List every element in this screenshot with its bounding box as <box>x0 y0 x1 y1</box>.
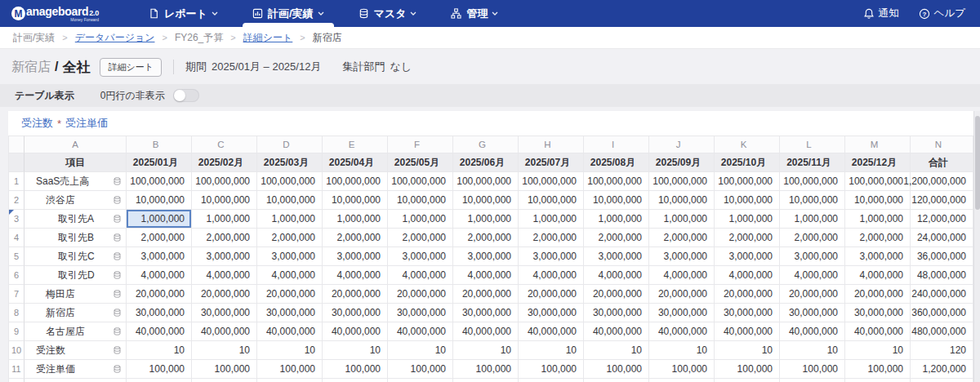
grid-cell[interactable]: 10,000,000 <box>845 191 911 210</box>
grid-cell[interactable]: 10,000,000 <box>192 191 257 210</box>
grid-cell[interactable]: 100,000 <box>192 360 257 379</box>
column-letter-I[interactable]: I <box>584 135 649 153</box>
item-cell[interactable]: 取引先A <box>24 210 127 229</box>
grid-cell[interactable]: 100,000 <box>257 360 323 379</box>
grid-cell[interactable]: 2,000,000 <box>388 229 453 247</box>
grid-cell[interactable]: 4,000,000 <box>192 266 257 285</box>
grid-cell[interactable]: 20,000,000 <box>323 285 388 304</box>
total-cell[interactable]: 12,000,000 <box>911 210 973 229</box>
column-letter-M[interactable]: M <box>845 135 911 153</box>
row-number[interactable]: 1 <box>8 172 24 191</box>
column-letter-H[interactable]: H <box>519 135 584 153</box>
grid-cell[interactable]: 10 <box>519 341 584 360</box>
row-number[interactable]: 7 <box>8 285 24 304</box>
grid-cell[interactable]: 4,000,000 <box>323 266 388 285</box>
grid-cell[interactable]: 10 <box>257 341 323 360</box>
column-letter-G[interactable]: G <box>453 135 519 153</box>
grid-cell[interactable]: 10 <box>192 341 257 360</box>
grid-cell[interactable]: 100,000 <box>780 360 845 379</box>
corner-cell[interactable] <box>8 135 24 153</box>
item-cell[interactable]: 渋谷店 <box>24 191 127 210</box>
grid-cell[interactable]: 2,000,000 <box>192 229 257 247</box>
grid-cell[interactable]: 10,000,000 <box>388 191 453 210</box>
grid-cell[interactable]: 100,000,000 <box>453 172 519 191</box>
grid-cell[interactable]: 20,000,000 <box>257 285 323 304</box>
total-cell[interactable]: 240,000,000 <box>911 285 973 304</box>
grid-cell[interactable] <box>715 379 780 382</box>
grid-cell[interactable] <box>453 379 519 382</box>
column-letter-J[interactable]: J <box>649 135 715 153</box>
grid-cell[interactable] <box>127 379 192 382</box>
grid-cell[interactable]: 10 <box>715 341 780 360</box>
grid-cell[interactable]: 1,000,000 <box>388 210 453 229</box>
grid-cell[interactable]: 20,000,000 <box>388 285 453 304</box>
grid-cell[interactable]: 4,000,000 <box>845 266 911 285</box>
grid-cell[interactable]: 40,000,000 <box>715 322 780 341</box>
grid-cell[interactable]: 100,000 <box>127 360 192 379</box>
grid-cell[interactable]: 10,000,000 <box>519 191 584 210</box>
grid-cell[interactable]: 30,000,000 <box>519 304 584 322</box>
grid-cell[interactable]: 30,000,000 <box>584 304 649 322</box>
grid-cell[interactable]: 2,000,000 <box>257 229 323 247</box>
column-letter-N[interactable]: N <box>911 135 973 153</box>
total-cell[interactable]: 360,000,000 <box>911 304 973 322</box>
grid-cell[interactable] <box>323 379 388 382</box>
row-number[interactable]: 6 <box>8 266 24 285</box>
grid-cell[interactable]: 40,000,000 <box>323 322 388 341</box>
item-cell[interactable]: 新宿店 <box>24 304 127 322</box>
item-cell[interactable] <box>24 379 127 382</box>
grid-cell[interactable]: 100,000 <box>323 360 388 379</box>
total-cell[interactable]: 1,200,000 <box>911 360 973 379</box>
grid-cell[interactable]: 1,000,000 <box>649 210 715 229</box>
total-cell[interactable]: 1,200,000,000 <box>911 172 973 191</box>
grid-cell[interactable]: 2,000,000 <box>584 229 649 247</box>
column-letter-K[interactable]: K <box>715 135 780 153</box>
grid-cell[interactable]: 100,000,000 <box>257 172 323 191</box>
grid-cell[interactable]: 2,000,000 <box>519 229 584 247</box>
row-number[interactable]: 3 <box>8 210 24 229</box>
grid-cell[interactable]: 2,000,000 <box>649 229 715 247</box>
grid-cell[interactable]: 4,000,000 <box>519 266 584 285</box>
column-letter-D[interactable]: D <box>257 135 323 153</box>
grid-cell[interactable]: 100,000,000 <box>780 172 845 191</box>
grid-cell[interactable]: 2,000,000 <box>845 229 911 247</box>
grid-cell[interactable]: 20,000,000 <box>715 285 780 304</box>
grid-cell[interactable]: 100,000,000 <box>519 172 584 191</box>
grid-cell[interactable]: 3,000,000 <box>584 247 649 266</box>
grid-cell[interactable]: 10 <box>323 341 388 360</box>
grid-cell[interactable]: 20,000,000 <box>519 285 584 304</box>
breadcrumb-item[interactable]: データバージョン <box>75 31 155 45</box>
grid-cell[interactable]: 10 <box>388 341 453 360</box>
total-cell[interactable]: 480,000,000 <box>911 322 973 341</box>
grid-cell[interactable]: 2,000,000 <box>453 229 519 247</box>
grid-cell[interactable]: 1,000,000 <box>715 210 780 229</box>
grid-cell[interactable]: 3,000,000 <box>845 247 911 266</box>
grid-cell[interactable]: 10,000,000 <box>127 191 192 210</box>
row-number[interactable]: 4 <box>8 229 24 247</box>
grid-cell[interactable]: 20,000,000 <box>649 285 715 304</box>
grid-cell[interactable]: 4,000,000 <box>257 266 323 285</box>
grid-cell[interactable]: 10,000,000 <box>323 191 388 210</box>
grid-cell[interactable]: 20,000,000 <box>127 285 192 304</box>
grid-cell[interactable]: 3,000,000 <box>519 247 584 266</box>
grid-cell[interactable]: 10 <box>649 341 715 360</box>
row-number[interactable]: 2 <box>8 191 24 210</box>
grid-cell[interactable]: 30,000,000 <box>323 304 388 322</box>
grid-cell[interactable]: 100,000 <box>388 360 453 379</box>
grid-cell[interactable]: 1,000,000 <box>519 210 584 229</box>
row-number[interactable] <box>8 379 24 382</box>
grid-cell[interactable]: 2,000,000 <box>715 229 780 247</box>
row-number[interactable]: 10 <box>8 341 24 360</box>
grid-cell[interactable]: 10 <box>780 341 845 360</box>
grid-cell[interactable]: 10 <box>453 341 519 360</box>
grid-cell[interactable]: 100,000,000 <box>127 172 192 191</box>
grid-cell[interactable]: 10,000,000 <box>780 191 845 210</box>
grid-cell[interactable]: 3,000,000 <box>453 247 519 266</box>
grid-cell[interactable]: 1,000,000 <box>845 210 911 229</box>
grid-cell[interactable]: 100,000 <box>519 360 584 379</box>
grid-cell[interactable]: 20,000,000 <box>780 285 845 304</box>
app-logo[interactable]: M anageboard2.0 Money Forward <box>11 6 99 22</box>
grid-cell[interactable]: 20,000,000 <box>584 285 649 304</box>
grid-cell[interactable]: 3,000,000 <box>388 247 453 266</box>
grid-cell[interactable]: 40,000,000 <box>453 322 519 341</box>
